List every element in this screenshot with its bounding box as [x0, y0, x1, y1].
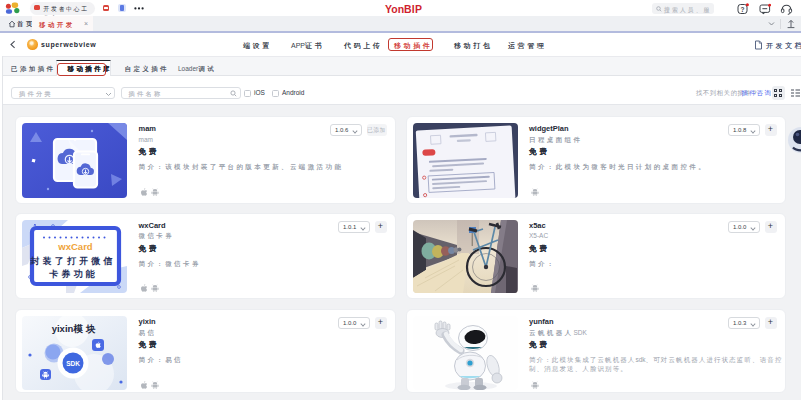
- svg-text:卡券功能: 卡券功能: [49, 268, 98, 278]
- svg-text:yixin模块: yixin模块: [52, 323, 99, 334]
- svg-text:SDK: SDK: [66, 360, 80, 367]
- svg-text:?: ?: [741, 5, 745, 12]
- svg-text:wxCard: wxCard: [57, 241, 93, 252]
- svg-text:封装了打开微信: 封装了打开微信: [29, 256, 115, 266]
